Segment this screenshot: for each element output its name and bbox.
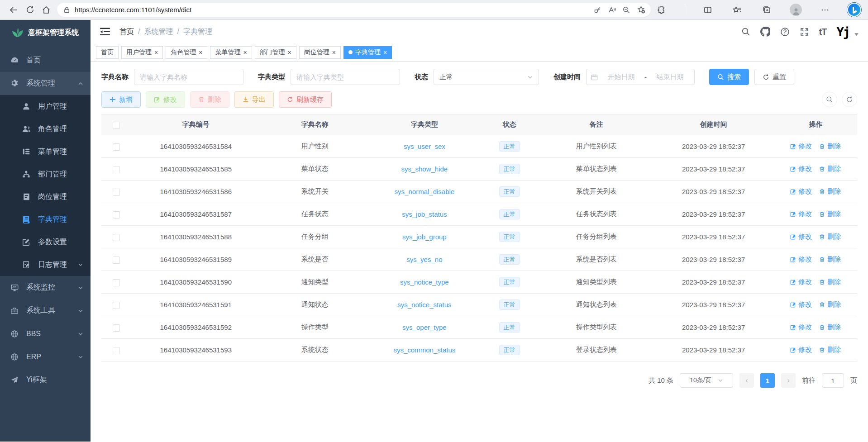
dict-type-link[interactable]: sys_show_hide xyxy=(401,165,448,173)
add-button[interactable]: 新增 xyxy=(101,91,141,108)
row-checkbox[interactable] xyxy=(113,143,120,151)
dict-type-link[interactable]: sys_job_status xyxy=(402,210,447,218)
read-aloud-icon[interactable] xyxy=(605,4,619,16)
sidebar-item-roles[interactable]: 角色管理 xyxy=(0,118,91,140)
search-button[interactable]: 搜索 xyxy=(709,69,749,85)
sidebar-item-erp[interactable]: ERP xyxy=(0,345,91,368)
dict-type-link[interactable]: sys_notice_type xyxy=(400,278,449,286)
font-size-button[interactable]: tT xyxy=(819,27,827,37)
breadcrumb-system[interactable]: 系统管理 xyxy=(144,27,173,37)
github-button[interactable] xyxy=(760,27,770,37)
page-size-select[interactable]: 10条/页 xyxy=(680,373,733,388)
sidebar-item-tools[interactable]: 系统工具 xyxy=(0,299,91,322)
browser-home-button[interactable] xyxy=(38,2,54,18)
split-screen-icon[interactable] xyxy=(700,2,716,18)
delete-link[interactable]: 删除 xyxy=(819,210,841,219)
tab-home[interactable]: 首页 xyxy=(96,46,119,59)
close-icon[interactable]: × xyxy=(243,49,247,56)
delete-link[interactable]: 删除 xyxy=(819,142,841,151)
app-logo[interactable]: 意框架管理系统 xyxy=(0,20,91,45)
edit-link[interactable]: 修改 xyxy=(790,346,812,354)
table-row[interactable]: 1641030593246531588 任务分组 sys_job_group 正… xyxy=(101,226,857,248)
fullscreen-button[interactable] xyxy=(800,27,809,37)
row-checkbox[interactable] xyxy=(113,279,120,286)
tab-dept-mgmt[interactable]: 部门管理 × xyxy=(255,46,296,59)
date-range-picker[interactable]: 开始日期 - 结束日期 xyxy=(586,69,695,85)
profile-avatar[interactable] xyxy=(788,2,804,18)
row-checkbox[interactable] xyxy=(113,211,120,219)
edit-button[interactable]: 修改 xyxy=(146,91,185,108)
current-page[interactable]: 1 xyxy=(760,373,775,388)
prev-page-button[interactable]: ‹ xyxy=(739,373,754,388)
reset-button[interactable]: 重置 xyxy=(754,69,794,85)
zoom-out-icon[interactable] xyxy=(619,4,634,16)
browser-refresh-button[interactable] xyxy=(22,2,38,18)
extensions-icon[interactable] xyxy=(653,2,670,18)
browser-more-menu[interactable]: ⋯ xyxy=(817,2,833,18)
sidebar-item-system[interactable]: 系统管理 xyxy=(0,72,91,95)
edit-link[interactable]: 修改 xyxy=(790,278,812,286)
help-button[interactable] xyxy=(780,27,790,37)
table-row[interactable]: 1641030593246531590 通知类型 sys_notice_type… xyxy=(101,271,857,294)
delete-link[interactable]: 删除 xyxy=(819,165,841,173)
table-row[interactable]: 1641030593246531584 用户性别 sys_user_sex 正常… xyxy=(101,135,857,158)
delete-link[interactable]: 删除 xyxy=(819,233,841,241)
row-checkbox[interactable] xyxy=(113,302,120,309)
table-row[interactable]: 1641030593246531593 系统状态 sys_common_stat… xyxy=(101,339,857,361)
sidebar-item-departments[interactable]: 部门管理 xyxy=(0,163,91,185)
delete-link[interactable]: 删除 xyxy=(819,187,841,196)
dict-type-link[interactable]: sys_yes_no xyxy=(406,256,442,263)
tab-dict-mgmt[interactable]: 字典管理 × xyxy=(343,46,392,59)
table-row[interactable]: 1641030593246531587 任务状态 sys_job_status … xyxy=(101,203,857,226)
dict-type-link[interactable]: sys_user_sex xyxy=(404,143,445,150)
header-search-button[interactable] xyxy=(741,27,750,36)
close-icon[interactable]: × xyxy=(154,49,158,56)
sidebar-item-menus[interactable]: 菜单管理 xyxy=(0,140,91,163)
table-row[interactable]: 1641030593246531592 操作类型 sys_oper_type 正… xyxy=(101,316,857,339)
sidebar-item-posts[interactable]: 岗位管理 xyxy=(0,185,91,208)
edit-link[interactable]: 修改 xyxy=(790,233,812,241)
goto-page-input[interactable] xyxy=(822,373,844,388)
table-row[interactable]: 1641030593246531591 通知状态 sys_notice_stat… xyxy=(101,294,857,316)
sidebar-item-home[interactable]: 首页 xyxy=(0,49,91,72)
sidebar-item-monitor[interactable]: 系统监控 xyxy=(0,276,91,299)
edit-link[interactable]: 修改 xyxy=(790,300,812,309)
sidebar-item-users[interactable]: 用户管理 xyxy=(0,95,91,118)
favorites-icon[interactable] xyxy=(729,2,745,18)
sidebar-collapse-button[interactable] xyxy=(100,26,111,38)
breadcrumb-home[interactable]: 首页 xyxy=(119,27,134,37)
row-checkbox[interactable] xyxy=(113,189,120,196)
sidebar-item-dictionary[interactable]: 字典管理 xyxy=(0,208,91,231)
dict-type-link[interactable]: sys_notice_status xyxy=(397,301,451,309)
show-search-toggle-button[interactable] xyxy=(822,92,837,107)
close-icon[interactable]: × xyxy=(383,49,387,56)
dict-type-link[interactable]: sys_oper_type xyxy=(402,323,447,331)
tab-post-mgmt[interactable]: 岗位管理 × xyxy=(299,46,341,59)
bing-chat-button[interactable] xyxy=(846,2,863,18)
edit-link[interactable]: 修改 xyxy=(790,255,812,264)
export-button[interactable]: 导出 xyxy=(234,91,274,108)
address-bar[interactable]: https://ccnetcore.com:1101/system/dict xyxy=(57,3,651,17)
row-checkbox[interactable] xyxy=(113,166,120,173)
delete-link[interactable]: 删除 xyxy=(819,323,841,332)
edit-link[interactable]: 修改 xyxy=(790,187,812,196)
refresh-table-button[interactable] xyxy=(842,92,857,107)
status-select[interactable]: 正常 xyxy=(434,69,539,85)
tab-role-mgmt[interactable]: 角色管理 × xyxy=(166,46,207,59)
add-favorite-icon[interactable] xyxy=(634,4,648,16)
url-text[interactable]: https://ccnetcore.com:1101/system/dict xyxy=(75,6,590,14)
delete-link[interactable]: 删除 xyxy=(819,300,841,309)
row-checkbox[interactable] xyxy=(113,324,120,332)
tab-user-mgmt[interactable]: 用户管理 × xyxy=(121,46,163,59)
table-row[interactable]: 1641030593246531586 系统开关 sys_normal_disa… xyxy=(101,181,857,203)
close-icon[interactable]: × xyxy=(332,49,336,56)
delete-link[interactable]: 删除 xyxy=(819,278,841,286)
edit-link[interactable]: 修改 xyxy=(790,165,812,173)
edit-link[interactable]: 修改 xyxy=(790,210,812,219)
delete-link[interactable]: 删除 xyxy=(819,346,841,354)
dict-type-link[interactable]: sys_job_group xyxy=(402,233,447,241)
select-all-checkbox[interactable] xyxy=(113,122,120,129)
edit-link[interactable]: 修改 xyxy=(790,323,812,332)
sidebar-item-logs[interactable]: 日志管理 xyxy=(0,253,91,276)
password-key-icon[interactable] xyxy=(590,4,605,16)
